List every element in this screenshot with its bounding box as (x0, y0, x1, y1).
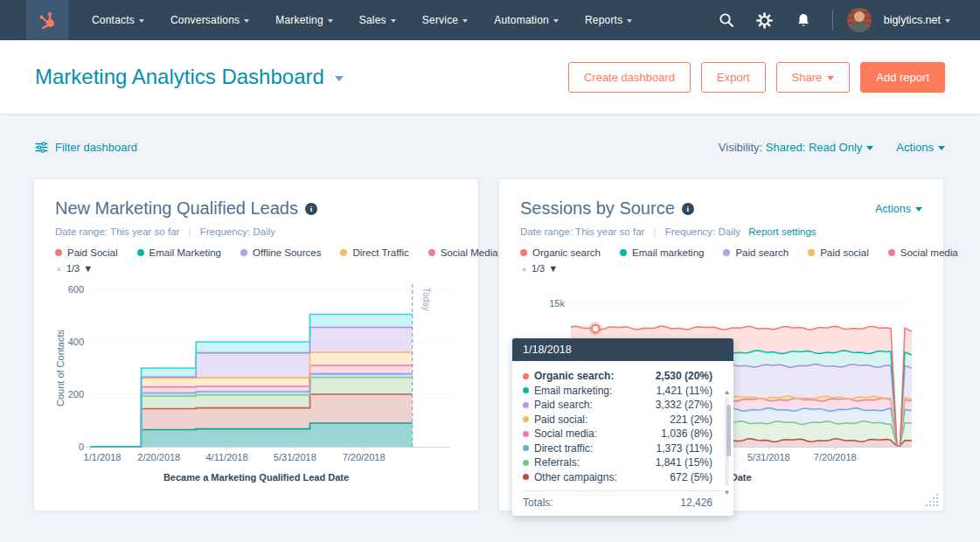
legend-item-paid-social[interactable]: Paid social (808, 247, 869, 258)
series-label: Paid search: (534, 398, 593, 413)
export-button[interactable]: Export (701, 62, 766, 93)
chevron-down-icon (462, 19, 468, 23)
svg-text:4/11/2018: 4/11/2018 (205, 452, 247, 462)
legend-pagination: ▲ 1/3 ▼ (55, 263, 457, 274)
filter-dashboard-label: Filter dashboard (55, 141, 137, 154)
scroll-up-icon[interactable]: ▲ (723, 388, 731, 396)
tooltip-row-email-marketing: Email marketing:1,421 (11%) (523, 384, 723, 399)
series-dot (523, 474, 529, 480)
settings-gear-icon[interactable] (750, 5, 780, 35)
legend-page-indicator: 1/3 (66, 263, 80, 274)
report-meta: Date range: This year so far | Frequency… (55, 226, 457, 237)
dashboard-title-dropdown[interactable]: Marketing Analytics Dashboard (35, 65, 344, 89)
series-dot (523, 431, 529, 437)
series-label: Paid social: (534, 413, 587, 427)
legend-item-paid-search[interactable]: Paid search (723, 247, 789, 258)
svg-text:Today: Today (421, 288, 431, 311)
svg-text:0: 0 (79, 441, 84, 452)
mql-stacked-area-chart[interactable]: 02004006001/1/20182/20/20184/11/20185/31… (55, 275, 459, 471)
info-icon[interactable]: i (682, 203, 694, 215)
legend-page-up-icon[interactable]: ▲ (55, 264, 63, 273)
nav-item-contacts[interactable]: Contacts (80, 9, 156, 31)
legend-item-social-media[interactable]: Social media (888, 247, 958, 258)
report-title: New Marketing Qualified Leads (55, 198, 298, 219)
svg-text:7/20/2018: 7/20/2018 (814, 452, 857, 462)
notifications-bell-icon[interactable] (789, 5, 818, 35)
svg-text:400: 400 (68, 337, 84, 347)
nav-menu: ContactsConversationsMarketingSalesServi… (80, 9, 643, 31)
add-report-button[interactable]: Add report (860, 62, 945, 93)
chevron-down-icon (335, 76, 344, 81)
nav-item-automation[interactable]: Automation (483, 9, 570, 31)
nav-item-conversations[interactable]: Conversations (159, 9, 261, 31)
series-label: Referrals: (534, 455, 580, 470)
legend-pagination: ▲ 1/3 ▼ (520, 263, 922, 274)
share-button[interactable]: Share (776, 62, 851, 93)
legend-item-social-media[interactable]: Social Media (428, 247, 498, 258)
series-label: Social media: (534, 427, 597, 441)
legend-page-down-icon[interactable]: ▼ (83, 263, 93, 274)
date-range-value: This year so far (110, 226, 179, 237)
series-value: 1,373 (11%) (657, 441, 712, 456)
legend-item-offline-sources[interactable]: Offline Sources (240, 247, 321, 258)
legend-dot (888, 249, 895, 256)
visibility-value: Shared: Read Only (766, 141, 863, 154)
svg-text:15k: 15k (549, 298, 565, 309)
totals-value: 12,426 (680, 497, 712, 509)
svg-text:600: 600 (68, 284, 84, 295)
nav-item-sales[interactable]: Sales (348, 9, 407, 31)
report-title: Sessions by Source (520, 198, 675, 219)
chevron-down-icon (866, 146, 873, 150)
series-dot (523, 373, 529, 379)
nav-item-service[interactable]: Service (411, 9, 479, 31)
card-resize-handle[interactable] (925, 493, 939, 507)
report-actions-label: Actions (875, 203, 911, 215)
toolbar-right: Visibility: Shared: Read Only Actions (719, 141, 945, 154)
tooltip-scrollbar[interactable]: ▲ ▼ (723, 391, 731, 493)
series-value: 672 (5%) (670, 470, 712, 485)
legend-dot (340, 249, 347, 256)
chart-legend: Paid SocialEmail MarketingOffline Source… (55, 247, 457, 258)
nav-item-marketing[interactable]: Marketing (264, 9, 344, 31)
report-settings-link[interactable]: Report settings (748, 226, 816, 237)
search-icon[interactable] (712, 5, 741, 35)
chevron-down-icon (553, 19, 559, 23)
legend-item-organic-search[interactable]: Organic search (520, 247, 601, 258)
legend-item-email-marketing[interactable]: Email Marketing (137, 247, 221, 258)
chevron-down-icon (391, 19, 396, 23)
avatar[interactable] (847, 8, 872, 32)
frequency-value: Daily (719, 226, 741, 237)
hubspot-logo[interactable] (26, 0, 68, 40)
create-dashboard-button[interactable]: Create dashboard (568, 62, 691, 93)
tooltip-row-other-campaigns: Other campaigns:672 (5%) (523, 470, 723, 485)
legend-dot (808, 249, 815, 256)
visibility-dropdown[interactable]: Shared: Read Only (766, 141, 874, 154)
series-value: 1,841 (15%) (656, 455, 712, 470)
legend-item-email-marketing[interactable]: Email marketing (620, 247, 704, 258)
nav-item-reports[interactable]: Reports (573, 9, 643, 31)
tooltip-row-social-media: Social media:1,036 (8%) (523, 427, 723, 441)
legend-page-up-icon[interactable]: ▲ (520, 264, 528, 273)
info-icon[interactable]: i (305, 203, 317, 215)
legend-label: Offline Sources (253, 247, 321, 258)
legend-page-indicator: 1/3 (532, 263, 545, 274)
legend-page-down-icon[interactable]: ▼ (548, 263, 558, 274)
chevron-down-icon (938, 146, 945, 150)
legend-item-direct-traffic[interactable]: Direct Traffic (340, 247, 408, 258)
scrollbar-track[interactable] (725, 398, 729, 486)
nav-right: biglytics.net (712, 5, 980, 35)
page: ContactsConversationsMarketingSalesServi… (0, 0, 980, 542)
legend-dot (620, 249, 627, 256)
filter-dashboard-button[interactable]: Filter dashboard (35, 141, 137, 154)
series-dot (523, 402, 529, 408)
page-header: Marketing Analytics Dashboard Create das… (0, 40, 980, 115)
tooltip-row-paid-search: Paid search:3,332 (27%) (523, 398, 723, 413)
legend-item-paid-social[interactable]: Paid Social (55, 247, 118, 258)
scroll-down-icon[interactable]: ▼ (723, 489, 731, 497)
report-actions-dropdown[interactable]: Actions (875, 203, 922, 215)
tooltip-totals: Totals: 12,426 (523, 490, 723, 509)
dashboard-actions-dropdown[interactable]: Actions (896, 141, 945, 154)
account-menu[interactable]: biglytics.net (884, 14, 950, 26)
scrollbar-thumb[interactable] (726, 405, 731, 456)
svg-text:7/20/2018: 7/20/2018 (343, 452, 386, 462)
